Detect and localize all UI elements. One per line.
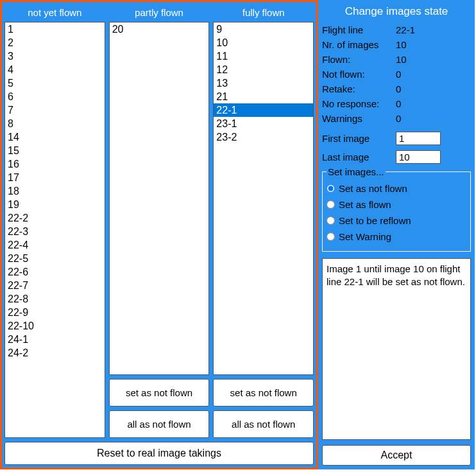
no-response-value: 0 [396, 98, 471, 109]
list-item[interactable]: 23-1 [214, 117, 313, 130]
list-item[interactable]: 22-10 [5, 319, 105, 333]
reset-button[interactable]: Reset to real image takings [4, 442, 314, 465]
radio-warning[interactable]: Set Warning [327, 229, 466, 245]
first-image-label: First image [322, 133, 396, 144]
list-item[interactable]: 4 [5, 63, 105, 76]
list-item[interactable]: 22-6 [5, 265, 105, 279]
list-item[interactable]: 5 [5, 76, 105, 90]
flight-line-label: Flight line [322, 24, 396, 35]
list-item[interactable]: 13 [214, 76, 313, 90]
not-yet-flown-column: not yet flown 1234567814151617181922-222… [4, 4, 105, 438]
list-item[interactable]: 10 [214, 36, 313, 49]
list-item[interactable]: 22-7 [5, 279, 105, 292]
radio-not-flown[interactable]: Set as not flown [327, 180, 466, 197]
list-item[interactable]: 22-5 [5, 252, 105, 265]
radio-reflown-input[interactable] [327, 216, 335, 225]
list-item[interactable]: 22-4 [5, 238, 105, 252]
list-item[interactable]: 1 [5, 22, 105, 36]
set-images-fieldset: Set images... Set as not flown Set as fl… [322, 171, 471, 252]
retake-value: 0 [396, 83, 471, 94]
radio-warning-label: Set Warning [339, 231, 391, 242]
flown-label: Flown: [322, 54, 396, 65]
warnings-label: Warnings [322, 113, 396, 124]
list-item[interactable]: 8 [5, 117, 105, 130]
radio-flown-input[interactable] [327, 200, 335, 209]
partly-set-not-flown-button[interactable]: set as not flown [109, 379, 210, 406]
list-item[interactable]: 24-2 [5, 346, 105, 360]
accept-button[interactable]: Accept [322, 445, 471, 466]
list-item[interactable]: 21 [214, 90, 313, 103]
list-item[interactable]: 20 [110, 22, 209, 36]
list-item[interactable]: 3 [5, 49, 105, 63]
list-item[interactable]: 16 [5, 157, 105, 171]
list-item[interactable]: 19 [5, 198, 105, 211]
list-item[interactable]: 17 [5, 171, 105, 184]
list-item[interactable]: 22-3 [5, 225, 105, 238]
list-item[interactable]: 15 [5, 144, 105, 157]
partly-all-not-flown-button[interactable]: all as not flown [109, 410, 210, 438]
last-image-label: Last image [322, 152, 396, 162]
warnings-value: 0 [396, 113, 471, 124]
radio-flown-label: Set as flown [339, 199, 391, 210]
set-images-legend: Set images... [327, 166, 386, 177]
list-item[interactable]: 7 [5, 103, 105, 117]
list-item[interactable]: 18 [5, 184, 105, 198]
radio-not-flown-input[interactable] [327, 184, 335, 193]
first-image-input[interactable] [396, 132, 441, 145]
partly-flown-list[interactable]: 20 [109, 22, 210, 375]
panel-title: Change images state [322, 4, 471, 24]
partly-flown-header: partly flown [109, 4, 210, 22]
retake-label: Retake: [322, 83, 396, 94]
not-flown-label: Not flown: [322, 69, 396, 80]
partly-flown-column: partly flown 20 set as not flown all as … [109, 4, 210, 438]
nr-images-label: Nr. of images [322, 39, 396, 50]
radio-flown[interactable]: Set as flown [327, 197, 466, 213]
change-state-panel: Change images state Flight line 22-1 Nr.… [318, 0, 475, 469]
fully-set-not-flown-button[interactable]: set as not flown [213, 379, 314, 406]
radio-reflown[interactable]: Set to be reflown [327, 213, 466, 229]
list-item[interactable]: 24-1 [5, 333, 105, 346]
radio-reflown-label: Set to be reflown [339, 215, 411, 226]
list-item[interactable]: 22-8 [5, 292, 105, 306]
fully-flown-column: fully flown 9101112132122-123-123-2 set … [213, 4, 314, 438]
fully-flown-list[interactable]: 9101112132122-123-123-2 [213, 22, 314, 375]
not-yet-flown-header: not yet flown [4, 4, 105, 22]
radio-warning-input[interactable] [327, 232, 335, 241]
list-item[interactable]: 22-2 [5, 211, 105, 225]
list-item[interactable]: 6 [5, 90, 105, 103]
last-image-input[interactable] [396, 150, 441, 164]
flight-line-value: 22-1 [396, 24, 471, 35]
fully-flown-header: fully flown [213, 4, 314, 22]
fully-all-not-flown-button[interactable]: all as not flown [213, 410, 314, 438]
info-grid: Flight line 22-1 Nr. of images 10 Flown:… [322, 24, 471, 124]
list-item[interactable]: 12 [214, 63, 313, 76]
list-item[interactable]: 14 [5, 130, 105, 144]
radio-not-flown-label: Set as not flown [339, 183, 407, 194]
list-item[interactable]: 22-1 [214, 103, 313, 117]
list-item[interactable]: 22-9 [5, 306, 105, 319]
not-flown-value: 0 [396, 69, 471, 80]
flown-value: 10 [396, 54, 471, 65]
list-item[interactable]: 23-2 [214, 130, 313, 144]
flown-state-panel: not yet flown 1234567814151617181922-222… [0, 0, 318, 469]
nr-images-value: 10 [396, 39, 471, 50]
summary-text: Image 1 until image 10 on flight line 22… [322, 258, 471, 440]
list-item[interactable]: 2 [5, 36, 105, 49]
not-yet-flown-list[interactable]: 1234567814151617181922-222-322-422-522-6… [4, 22, 105, 438]
list-item[interactable]: 9 [214, 22, 313, 36]
no-response-label: No response: [322, 98, 396, 109]
list-item[interactable]: 11 [214, 49, 313, 63]
